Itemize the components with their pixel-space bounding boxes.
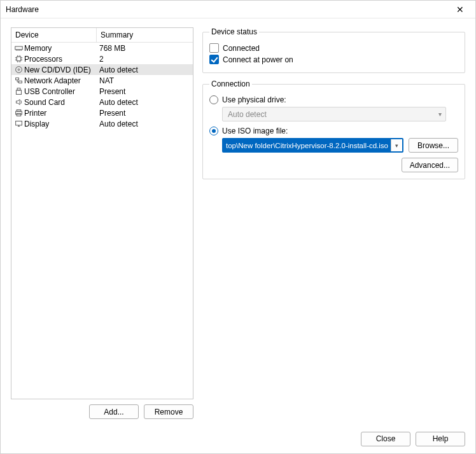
device-row[interactable]: Memory768 MB — [11, 43, 193, 53]
svg-point-2 — [15, 67, 22, 73]
device-name: Display — [24, 120, 98, 128]
iso-label: Use ISO image file: — [222, 127, 288, 135]
device-row[interactable]: New CD/DVD (IDE)Auto detect — [11, 64, 193, 75]
col-header-device[interactable]: Device — [11, 28, 97, 42]
remove-button[interactable]: Remove — [144, 404, 193, 419]
disc-icon — [14, 65, 23, 74]
chevron-down-icon: ▾ — [438, 111, 442, 118]
device-summary: Auto detect — [98, 98, 190, 107]
device-name: Sound Card — [24, 98, 98, 107]
add-button[interactable]: Add... — [89, 404, 139, 419]
col-header-summary[interactable]: Summary — [97, 28, 193, 42]
device-list[interactable]: Device Summary Memory768 MBProcessors2Ne… — [11, 27, 193, 399]
svg-rect-6 — [17, 88, 20, 90]
connect-poweron-checkbox[interactable] — [209, 55, 219, 64]
svg-rect-4 — [15, 78, 18, 79]
printer-icon — [14, 109, 23, 118]
network-icon — [14, 76, 23, 85]
device-name: USB Controller — [24, 87, 98, 96]
connected-checkbox-row[interactable]: Connected — [209, 43, 458, 53]
device-summary: 768 MB — [98, 44, 190, 53]
connected-checkbox[interactable] — [209, 43, 219, 53]
connection-legend: Connection — [209, 79, 252, 88]
memory-icon — [14, 44, 23, 53]
window-title: Hardware — [6, 5, 449, 14]
device-name: Network Adapter — [24, 76, 98, 85]
display-icon — [14, 120, 23, 128]
device-name: New CD/DVD (IDE) — [24, 65, 98, 74]
svg-rect-11 — [15, 121, 22, 125]
svg-rect-1 — [17, 57, 21, 61]
device-row[interactable]: Sound CardAuto detect — [11, 97, 193, 107]
device-row[interactable]: DisplayAuto detect — [11, 118, 193, 129]
close-button[interactable]: Close — [361, 432, 410, 446]
device-summary: Auto detect — [98, 120, 190, 128]
device-summary: Auto detect — [98, 65, 190, 74]
help-button[interactable]: Help — [416, 432, 465, 446]
physical-drive-value: Auto detect — [228, 110, 267, 119]
svg-rect-0 — [15, 46, 22, 50]
device-name: Processors — [24, 55, 98, 64]
device-name: Memory — [24, 44, 98, 53]
device-status-group: Device status Connected Connect at power… — [202, 27, 465, 73]
device-name: Printer — [24, 109, 98, 118]
device-status-legend: Device status — [209, 27, 259, 36]
device-summary: 2 — [98, 55, 190, 64]
connect-poweron-checkbox-row[interactable]: Connect at power on — [209, 55, 458, 64]
iso-path-combo[interactable]: top\New folder\CitrixHypervisor-8.2.0-in… — [222, 138, 403, 153]
connected-label: Connected — [223, 44, 260, 53]
device-row[interactable]: PrinterPresent — [11, 107, 193, 118]
usb-icon — [14, 87, 23, 96]
device-row[interactable]: Processors2 — [11, 53, 193, 64]
svg-rect-7 — [16, 90, 21, 95]
device-summary: NAT — [98, 76, 190, 85]
svg-point-3 — [18, 69, 19, 70]
iso-path-value: top\New folder\CitrixHypervisor-8.2.0-in… — [223, 139, 391, 151]
chevron-down-icon[interactable]: ▾ — [391, 139, 402, 151]
connection-group: Connection Use physical drive: Auto dete… — [202, 79, 465, 179]
physical-drive-label: Use physical drive: — [222, 95, 286, 104]
advanced-button[interactable]: Advanced... — [402, 158, 458, 172]
iso-radio-row[interactable]: Use ISO image file: — [209, 127, 458, 135]
browse-button[interactable]: Browse... — [409, 138, 458, 153]
connect-poweron-label: Connect at power on — [223, 55, 293, 64]
physical-drive-radio[interactable] — [209, 95, 218, 104]
device-row[interactable]: USB ControllerPresent — [11, 86, 193, 97]
svg-rect-5 — [18, 81, 22, 83]
physical-drive-combo: Auto detect ▾ — [222, 107, 446, 121]
sound-icon — [14, 98, 23, 107]
cpu-icon — [14, 55, 23, 64]
device-row[interactable]: Network AdapterNAT — [11, 75, 193, 86]
iso-radio[interactable] — [209, 127, 218, 135]
physical-drive-radio-row[interactable]: Use physical drive: — [209, 95, 458, 104]
close-icon[interactable]: ✕ — [449, 2, 472, 17]
device-summary: Present — [98, 109, 190, 118]
device-summary: Present — [98, 87, 190, 96]
